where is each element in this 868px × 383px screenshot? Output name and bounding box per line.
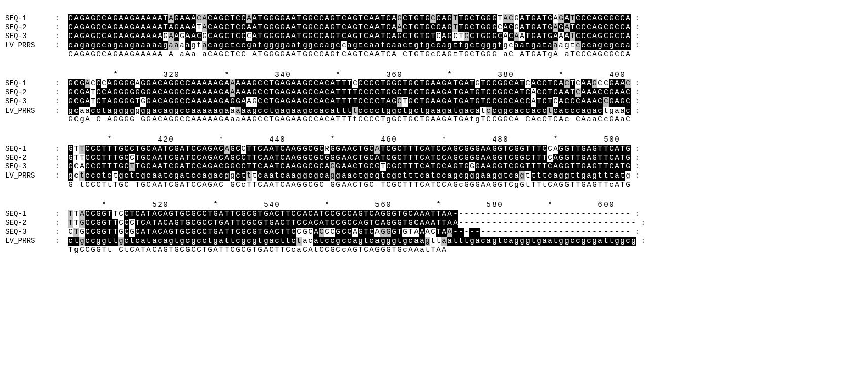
sequence-row: SEQ-1 : GTTCCCTTTGCCTGCAATCGATCCAGACAGCC… <box>5 145 863 154</box>
sequence-label: SEQ-2 <box>5 88 51 97</box>
ruler-label-spacer <box>5 71 51 80</box>
sequence-cells: CAGAGCCAGAAGAAAAATAGAAATACAGCTCCAATGGGGA… <box>68 23 631 32</box>
row-tail-colon: : <box>631 171 648 181</box>
row-tail-colon: : <box>636 219 654 228</box>
sequence-row: SEQ-2 : TTGCCGGTTCCCTCATACAGTGCGCCTGATTC… <box>5 219 863 228</box>
sequence-cells: gcaacctagggggggacaggccaaaaagaaaaagcctgag… <box>68 107 631 116</box>
ruler-colon-spacer <box>51 201 68 210</box>
sequence-row: SEQ-3 : GCACCCTTTGCTTGCAATCGATCCAGACGGCC… <box>5 162 863 171</box>
sequence-row: SEQ-2 : GTTCCCTTTGCCTGCAATCGATCCAGACAGCC… <box>5 154 863 163</box>
sequence-label: SEQ-1 <box>5 14 51 23</box>
consensus-cells: CAGAGCCAGAAGAAAAA A aAa aCAGCTCC ATGGGGA… <box>68 50 631 59</box>
row-colon: : <box>51 88 68 97</box>
row-colon: : <box>51 171 68 181</box>
row-colon: : <box>51 219 68 228</box>
sequence-label: SEQ-3 <box>5 228 51 237</box>
consensus-row: GCgA C AGGGG GGACAGGCCAAAAAGAaaAAGCCTGAG… <box>5 115 863 124</box>
sequence-label: LV_PRRS <box>5 171 51 181</box>
sequence-row: LV_PRRS : ctgccggttgctcatacagtgcgcctgatt… <box>5 237 863 246</box>
sequence-cells: GCACCCTTTGCTTGCAATCGATCCAGACGGCCTTCAATCA… <box>68 162 631 171</box>
row-colon: : <box>51 97 68 107</box>
ruler-scale: * 520 * 540 * 560 * 580 * 600 <box>68 201 631 210</box>
sequence-cells: CTGCCGGTTGCGCATACAGTGCGCCTGATTCGCGTGACTT… <box>68 228 631 237</box>
sequence-row: LV_PRRS : cagagccagaagaaaaagaaaagtacagct… <box>5 41 863 50</box>
row-colon: : <box>51 79 68 88</box>
consensus-colon-spacer <box>51 50 68 59</box>
ruler-row: * 420 * 440 * 460 * 480 * 500 <box>5 135 863 145</box>
sequence-label: SEQ-2 <box>5 219 51 228</box>
sequence-label: SEQ-2 <box>5 23 51 32</box>
alignment-block: * 520 * 540 * 560 * 580 * 600 SEQ-1 : TT… <box>5 201 863 255</box>
consensus-row: G tCCCTtTGC TGCAATCGATCCAGAC GCcTTCAATCA… <box>5 181 863 190</box>
consensus-cells: TgCCGGTt CtCATACAGTGCGCCTGATTCGCGTGACTTC… <box>68 246 631 255</box>
sequence-label: LV_PRRS <box>5 107 51 116</box>
consensus-cells: GCgA C AGGGG GGACAGGCCAAAAAGAaaAAGCCTGAG… <box>68 115 631 124</box>
ruler-row: * 520 * 540 * 560 * 580 * 600 <box>5 201 863 210</box>
row-colon: : <box>51 145 68 154</box>
row-colon: : <box>51 23 68 32</box>
row-tail-colon: : <box>631 79 648 88</box>
row-colon: : <box>51 154 68 163</box>
row-tail-colon: : <box>631 32 648 41</box>
row-tail-colon: : <box>631 162 648 171</box>
consensus-label-spacer <box>5 246 51 255</box>
consensus-colon-spacer <box>51 115 68 124</box>
row-colon: : <box>51 32 68 41</box>
sequence-label: SEQ-3 <box>5 97 51 107</box>
consensus-label-spacer <box>5 181 51 190</box>
alignment-block: * 320 * 340 * 360 * 380 * 400 SEQ-1 : GC… <box>5 71 863 125</box>
row-tail-colon: : <box>631 154 648 163</box>
row-colon: : <box>51 162 68 171</box>
row-tail-colon: : <box>636 237 654 246</box>
sequence-label: SEQ-3 <box>5 162 51 171</box>
consensus-label-spacer <box>5 115 51 124</box>
ruler-label-spacer <box>5 201 51 210</box>
row-tail-colon: : <box>631 41 648 50</box>
row-colon: : <box>51 210 68 219</box>
sequence-cells: GCGACCCAGGGGAGGACAGGCCAAAAAGAAAAAGCCTGAG… <box>68 79 631 88</box>
consensus-cells: G tCCCTtTGC TGCAATCGATCCAGAC GCcTTCAATCA… <box>68 181 631 190</box>
sequence-cells: GTTCCCTTTGCCTGCAATCGATCCAGACAGCCTTCAATCA… <box>68 145 631 154</box>
row-tail-colon: : <box>631 228 648 237</box>
sequence-cells: GTTCCCTTTGCCTGCAATCGATCCAGACAGCCTTCAATCA… <box>68 154 631 163</box>
ruler-row: * 320 * 340 * 360 * 380 * 400 <box>5 71 863 80</box>
ruler-scale: * 320 * 340 * 360 * 380 * 400 <box>68 71 631 80</box>
sequence-cells: gctccctctgcttgcaatcgatccagacggctttcaatca… <box>68 171 631 181</box>
ruler-scale: * 420 * 440 * 460 * 480 * 500 <box>68 135 631 145</box>
row-colon: : <box>51 41 68 50</box>
row-tail-colon: : <box>631 23 648 32</box>
sequence-row: SEQ-3 : GCGATCTAGGGGTGGACAGGCCAAAAAGAGGA… <box>5 97 863 107</box>
sequence-label: SEQ-1 <box>5 145 51 154</box>
sequence-cells: ctgccggttgctcatacagtgcgcctgattcgcgtgactt… <box>68 237 636 246</box>
sequence-cells: CAGAGCCAGAAGAAAAAGAAGAACGCAGCTCCCATGGGGA… <box>68 32 631 41</box>
sequence-row: SEQ-3 : CTGCCGGTTGCGCATACAGTGCGCCTGATTCG… <box>5 228 863 237</box>
sequence-row: SEQ-3 : CAGAGCCAGAAGAAAAAGAAGAACGCAGCTCC… <box>5 32 863 41</box>
sequence-cells: TTGCCGGTTCCCTCATACAGTGCGCCTGATTCGCGTGACT… <box>68 219 636 228</box>
alignment-block: SEQ-1 : CAGAGCCAGAAGAAAAATAGAAACACAGCTCC… <box>5 5 863 59</box>
row-tail-colon: : <box>631 14 648 23</box>
consensus-colon-spacer <box>51 246 68 255</box>
sequence-label: SEQ-1 <box>5 79 51 88</box>
row-tail-colon: : <box>631 210 648 219</box>
row-tail-colon: : <box>631 88 648 97</box>
consensus-colon-spacer <box>51 181 68 190</box>
sequence-row: SEQ-2 : GCGATCCAGGGGGGGACAGGCCAAAAAGAAAA… <box>5 88 863 97</box>
sequence-cells: GCGATCCAGGGGGGGACAGGCCAAAAAGAAAAAGCCTGAG… <box>68 88 631 97</box>
consensus-label-spacer <box>5 50 51 59</box>
sequence-cells: GCGATCTAGGGGTGGACAGGCCAAAAAGAGGAAGCCTGAG… <box>68 97 631 107</box>
sequence-label: SEQ-2 <box>5 154 51 163</box>
sequence-label: LV_PRRS <box>5 41 51 50</box>
sequence-row: SEQ-2 : CAGAGCCAGAAGAAAAATAGAAATACAGCTCC… <box>5 23 863 32</box>
row-colon: : <box>51 228 68 237</box>
consensus-row: TgCCGGTt CtCATACAGTGCGCCTGATTCGCGTGACTTC… <box>5 246 863 255</box>
row-tail-colon: : <box>631 145 648 154</box>
ruler-label-spacer <box>5 135 51 145</box>
row-colon: : <box>51 14 68 23</box>
row-colon: : <box>51 237 68 246</box>
sequence-cells: TTACCGGTTCCTCATACAGTGCGCCTGATTCGCGTGACTT… <box>68 210 631 219</box>
alignment-container: SEQ-1 : CAGAGCCAGAAGAAAAATAGAAACACAGCTCC… <box>5 5 863 255</box>
sequence-cells: cagagccagaagaaaaagaaaagtacagctccgatgggga… <box>68 41 631 50</box>
alignment-block: * 420 * 440 * 460 * 480 * 500 SEQ-1 : GT… <box>5 135 863 190</box>
sequence-row: SEQ-1 : TTACCGGTTCCTCATACAGTGCGCCTGATTCG… <box>5 210 863 219</box>
row-tail-colon: : <box>631 107 648 116</box>
